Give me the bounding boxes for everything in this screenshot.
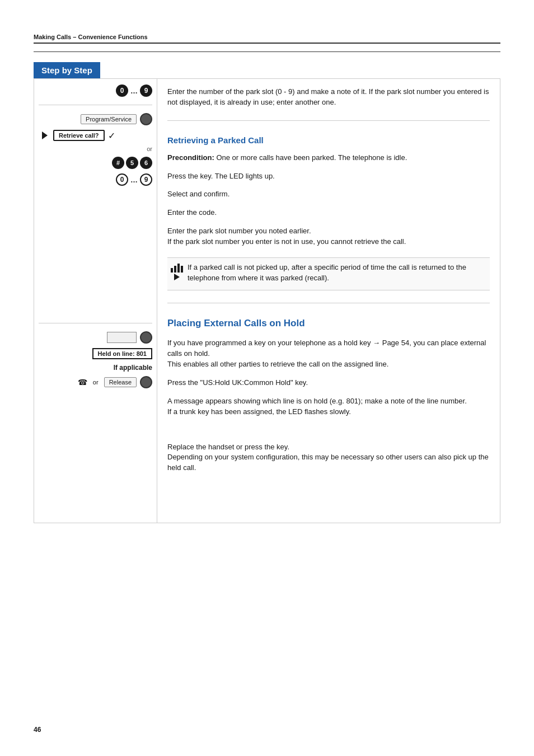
park-slot-text: Enter the number of the park slot (0 - 9…: [167, 87, 490, 108]
bar-3: [177, 264, 180, 273]
divider-2: [167, 303, 490, 303]
checkmark-icon: ✓: [108, 130, 115, 141]
precondition-label: Precondition:: [167, 153, 214, 162]
num-0-badge-2: 0: [116, 173, 128, 186]
program-service-key[interactable]: Program/Service: [81, 114, 137, 124]
num-range-0-9: 0 … 9: [116, 84, 152, 97]
placing-step1: Press the "US:Hold UK:Common Hold" key.: [167, 378, 490, 388]
led-indicator-3: [140, 376, 152, 388]
arrow-icon: [42, 132, 48, 139]
section-title: Making Calls – Convenience Functions: [34, 34, 148, 40]
placing-step3: Replace the handset or press the key.Dep…: [167, 442, 490, 474]
or-text-2: or: [93, 379, 99, 386]
page-number: 46: [34, 726, 41, 734]
bar-2: [174, 266, 176, 273]
note-box: If a parked call is not picked up, after…: [167, 257, 490, 291]
six-icon: 6: [140, 157, 152, 169]
note-icon: [171, 264, 183, 280]
section-header: Making Calls – Convenience Functions: [34, 34, 500, 52]
keypad-icons: # 5 6: [112, 157, 152, 169]
bar-1: [171, 268, 173, 273]
held-line-key: Held on line: 801: [92, 348, 152, 359]
step3-desc: Enter the code.: [167, 208, 490, 218]
ellipsis-dots: …: [130, 87, 138, 95]
phone-icon: ☎: [78, 378, 87, 387]
left-column: 0 … 9 Program/Service Retrieve call? ✓ o…: [34, 79, 157, 523]
num-9-badge: 9: [140, 84, 152, 97]
left-divider-1: [39, 105, 152, 105]
note-bars: [171, 264, 183, 273]
led-indicator-2: [140, 331, 152, 344]
retrieve-call-row: Retrieve call? ✓: [39, 130, 152, 141]
keypad-icons-row: # 5 6: [39, 157, 152, 169]
retrieve-call-key[interactable]: Retrieve call?: [53, 130, 105, 141]
placing-external-title: Placing External Calls on Hold: [167, 318, 490, 329]
right-spacer: [167, 425, 490, 436]
note-text: If a parked call is not picked up, after…: [188, 262, 486, 284]
num-9-badge-2: 9: [140, 173, 152, 186]
release-row: ☎ or Release: [39, 376, 152, 388]
right-spacer-2: [167, 481, 490, 515]
or-row-1: or: [39, 145, 152, 152]
step2-desc: Select and confirm.: [167, 189, 490, 200]
left-divider-2: [39, 323, 152, 323]
step-by-step-label: Step by Step: [34, 62, 100, 78]
retrieving-title: Retrieving a Parked Call: [167, 135, 490, 145]
placing-step2: A message appears showing which line is …: [167, 396, 490, 417]
precondition-para: Precondition: One or more calls have bee…: [167, 153, 490, 163]
hash-icon: #: [112, 157, 124, 169]
ellipsis-dots-2: …: [130, 176, 138, 184]
program-service-row: Program/Service: [39, 113, 152, 125]
if-applicable-row: If applicable: [39, 364, 152, 372]
placing-desc1: If you have programmed a key on your tel…: [167, 338, 490, 370]
led-indicator-1: [140, 113, 152, 125]
right-column: Enter the number of the park slot (0 - 9…: [157, 79, 500, 523]
step4-desc: Enter the park slot number you noted ear…: [167, 226, 490, 247]
divider-1: [167, 120, 490, 121]
hold-key-row: [39, 331, 152, 344]
five-icon: 5: [126, 157, 138, 169]
precondition-text: One or more calls have been parked. The …: [216, 153, 407, 162]
park-slot-num-row-2: 0 … 9: [39, 173, 152, 186]
page-container: Making Calls – Convenience Functions Ste…: [0, 0, 534, 756]
main-content-layout: 0 … 9 Program/Service Retrieve call? ✓ o…: [34, 78, 500, 523]
if-applicable-label: If applicable: [114, 364, 152, 372]
park-slot-num-row: 0 … 9: [39, 84, 152, 97]
note-arrow-icon: [174, 274, 180, 280]
release-key[interactable]: Release: [104, 377, 137, 387]
num-range-0-9-2: 0 … 9: [116, 173, 152, 186]
num-0-badge: 0: [116, 84, 128, 97]
step1-desc: Press the key. The LED lights up.: [167, 171, 490, 182]
or-text-1: or: [147, 145, 152, 152]
held-line-row: Held on line: 801: [39, 348, 152, 359]
bar-4: [181, 266, 183, 273]
hold-key-btn[interactable]: [107, 332, 137, 343]
